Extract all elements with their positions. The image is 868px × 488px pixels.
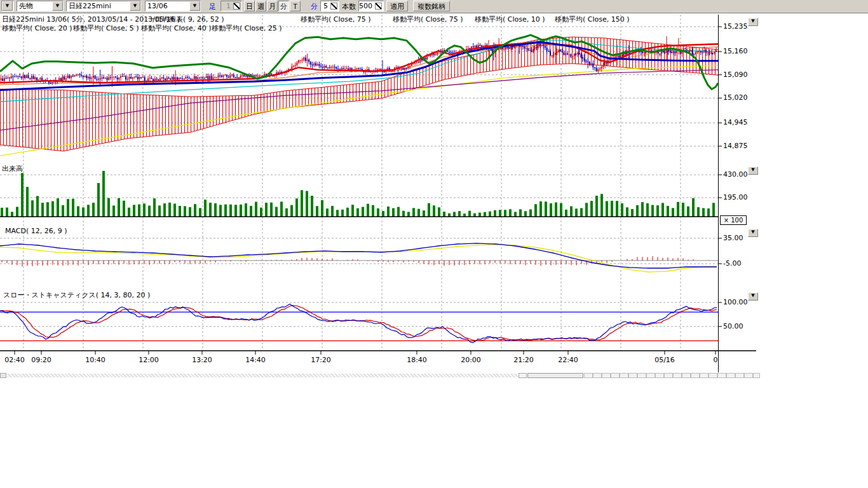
y-axis-label: 195.00	[723, 193, 748, 201]
time-axis-label: 18:40	[407, 356, 427, 364]
chevron-down-icon[interactable]: ▼	[2, 1, 13, 11]
macd-scale-menu-button[interactable]: ▼	[748, 229, 758, 237]
indicator-label: 移動平均( Close, 40 )	[141, 24, 212, 33]
volume-multiplier-badge: × 100	[720, 215, 747, 225]
time-axis-label: 20:00	[461, 356, 481, 364]
period-tick-button[interactable]: T	[290, 1, 301, 11]
indicator-label: 移動平均( Close, 75 )	[393, 15, 463, 24]
apply-button[interactable]: 適用	[386, 1, 408, 11]
indicator-label: 移動平均( Close, 75 )	[301, 15, 371, 24]
indicator-label: 移動平均( Close, 10 )	[475, 15, 545, 24]
indicator-label: 移動平均( Close, 150 )	[555, 15, 630, 24]
toolbar: ▼ 先物 ▼ 日経225mini ▼ 13/06 ▼ 足 1 日 週 月 分 T…	[0, 0, 868, 13]
contract-month-select[interactable]: 13/06 ▼	[145, 1, 201, 11]
time-axis-label: 02:40	[4, 356, 25, 364]
bar-type-label: 足	[209, 1, 216, 11]
chevron-down-icon: ▼	[751, 293, 754, 298]
minute-stepper[interactable]: 5	[320, 1, 339, 11]
y-axis-label: 50.00	[723, 322, 743, 330]
minute-label: 分	[311, 1, 318, 11]
y-axis-label: 100.00	[723, 298, 748, 306]
chevron-down-icon: ▼	[751, 167, 754, 172]
time-axis-label: 05/16	[654, 356, 675, 364]
chevron-down-icon: ▼	[751, 229, 754, 234]
indicator-label: 移動平均( Close, 5 )	[73, 24, 139, 33]
contract-month-value: 13/06	[146, 1, 189, 11]
mini-dropdown[interactable]: ▼	[1, 1, 14, 11]
instrument-type-value: 先物	[17, 1, 52, 11]
scrollbar-left-button[interactable]	[0, 373, 6, 378]
bar-interval-stepper[interactable]: 1	[220, 1, 242, 11]
stoch-scale-menu-button[interactable]: ▼	[748, 292, 758, 301]
time-axis-label: 0	[714, 356, 718, 364]
period-month-button[interactable]: 月	[267, 1, 278, 11]
y-axis-label: 15,020	[723, 93, 748, 102]
y-axis-label: 15,090	[723, 71, 748, 79]
chevron-down-icon[interactable]: ▼	[130, 1, 140, 11]
time-axis-label: 09:20	[31, 356, 51, 364]
indicator-label: 移動平均( Close, 25 )	[212, 24, 282, 33]
indicator-label: 一目均衡表( 9, 26, 52 )	[148, 15, 224, 24]
scrollbar-page-button[interactable]	[519, 373, 527, 378]
bar-count-label: 本数	[342, 1, 356, 11]
price-scale-menu-button[interactable]: ▼	[748, 18, 758, 26]
macd-pane-title: MACD( 12, 26, 9 )	[5, 227, 67, 235]
time-axis-label: 17:20	[311, 356, 331, 364]
spinner-grip-icon[interactable]	[233, 3, 240, 10]
y-axis-label: 15,160	[723, 47, 748, 55]
bar-count-value: 500	[359, 1, 374, 11]
indicator-label: 移動平均( Close, 20 )	[2, 24, 72, 33]
time-axis-label: 14:40	[245, 356, 266, 364]
spinner-grip-icon[interactable]	[330, 3, 337, 10]
chevron-down-icon[interactable]: ▼	[189, 1, 200, 11]
chart-area[interactable]	[0, 0, 760, 381]
symbol-select[interactable]: 日経225mini ▼	[66, 1, 141, 11]
multi-symbol-button[interactable]: 複数銘柄	[413, 1, 450, 11]
period-day-button[interactable]: 日	[244, 1, 255, 11]
y-axis-label: 14,945	[723, 118, 748, 126]
time-axis-label: 10:40	[85, 356, 105, 364]
y-axis-label: 14,875	[723, 142, 748, 150]
y-axis-label: 430.00	[723, 170, 748, 179]
minute-value: 5	[321, 1, 329, 11]
scrollbar-track-right[interactable]	[584, 373, 760, 378]
h-scrollbar[interactable]	[0, 373, 760, 378]
bar-count-stepper[interactable]: 500	[358, 1, 384, 11]
period-minute-button[interactable]: 分	[278, 1, 289, 11]
y-axis-label: 15,235	[723, 22, 748, 30]
spinner-grip-icon[interactable]	[375, 3, 382, 10]
chevron-down-icon[interactable]: ▼	[52, 1, 63, 11]
y-axis-label: -5.00	[723, 259, 741, 268]
time-axis-label: 21:20	[513, 356, 534, 364]
period-week-button[interactable]: 週	[255, 1, 266, 11]
volume-pane-title: 出来高	[2, 164, 23, 173]
instrument-type-select[interactable]: 先物 ▼	[17, 1, 64, 11]
scrollbar-thumb[interactable]	[527, 373, 583, 378]
time-axis-label: 13:20	[192, 356, 212, 364]
time-axis-label: 12:00	[139, 356, 159, 364]
bar-interval-value: 1	[221, 1, 232, 11]
volume-scale-menu-button[interactable]: ▼	[748, 166, 758, 175]
chevron-down-icon: ▼	[751, 18, 754, 24]
y-axis-label: 35.00	[723, 234, 743, 242]
time-axis-label: 22:40	[558, 356, 578, 364]
symbol-value: 日経225mini	[67, 1, 130, 11]
scrollbar-track[interactable]	[7, 374, 518, 377]
stoch-pane-title: スロー・ストキャスティクス( 14, 3, 80, 20 )	[3, 290, 150, 300]
